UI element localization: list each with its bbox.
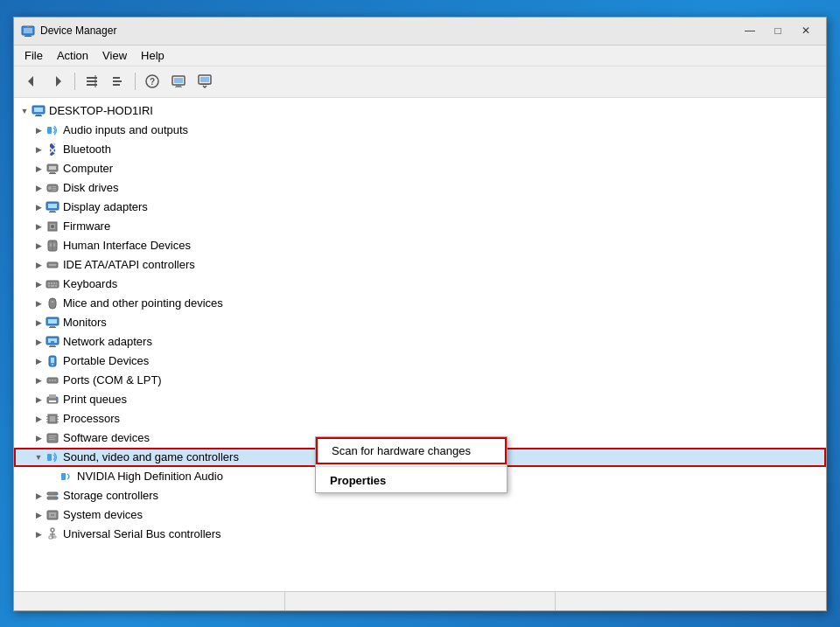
audio-expander[interactable]: ▶ (32, 121, 46, 140)
display-expander[interactable]: ▶ (32, 198, 46, 217)
svg-rect-21 (200, 77, 209, 82)
monitor-label: Monitors (63, 316, 107, 329)
svg-rect-36 (52, 188, 56, 189)
hid-expander[interactable]: ▶ (32, 236, 46, 255)
sound-expander[interactable]: ▼ (32, 448, 46, 467)
tree-item-monitor[interactable]: ▶ Monitors (14, 313, 826, 332)
context-menu: Scan for hardware changes Properties (315, 436, 508, 493)
tree-item-ports[interactable]: ▶ Ports (COM & LPT) (14, 371, 826, 390)
tree-item-computer[interactable]: ▶ Computer (14, 159, 826, 178)
portable-expander[interactable]: ▶ (32, 352, 46, 371)
svg-rect-32 (49, 173, 56, 174)
menu-file[interactable]: File (18, 47, 50, 64)
expand-button[interactable] (106, 69, 130, 94)
toolbar-separator-2 (135, 73, 136, 90)
context-menu-scan[interactable]: Scan for hardware changes (316, 437, 507, 464)
forward-button[interactable] (46, 69, 70, 94)
display-icon (46, 200, 60, 214)
monitor-icon (46, 316, 60, 330)
svg-rect-12 (113, 80, 122, 82)
computer-expander[interactable]: ▶ (32, 159, 46, 178)
title-bar: Device Manager — □ ✕ (14, 17, 826, 45)
tree-item-portable[interactable]: ▶ Portable Devices (14, 352, 826, 371)
svg-rect-40 (50, 211, 55, 212)
svg-rect-31 (50, 172, 55, 173)
keyboard-expander[interactable]: ▶ (32, 275, 46, 294)
scan-changes-button[interactable] (192, 69, 217, 94)
root-expander[interactable]: ▼ (18, 101, 32, 121)
system-icon (46, 508, 60, 522)
tree-item-display[interactable]: ▶ Display adapters (14, 198, 826, 217)
tree-item-processor[interactable]: ▶ Processors (14, 409, 826, 428)
print-expander[interactable]: ▶ (32, 390, 46, 409)
monitor-expander[interactable]: ▶ (32, 313, 46, 332)
root-label: DESKTOP-HOD1IRI (49, 104, 153, 117)
help-button[interactable]: ? (140, 69, 164, 94)
svg-rect-88 (57, 419, 59, 420)
menu-view[interactable]: View (95, 47, 134, 64)
collapse-button[interactable] (80, 69, 104, 94)
tree-item-system[interactable]: ▶ System devices (14, 505, 826, 525)
nvidia-icon (60, 470, 74, 484)
close-button[interactable]: ✕ (793, 20, 819, 41)
tree-item-disk[interactable]: ▶ Disk drives (14, 178, 826, 198)
svg-point-98 (55, 492, 57, 494)
system-label: System devices (63, 508, 143, 521)
disk-expander[interactable]: ▶ (32, 178, 46, 198)
svg-rect-85 (46, 419, 48, 420)
menu-help[interactable]: Help (134, 47, 172, 64)
svg-rect-94 (47, 454, 52, 461)
window-title: Device Manager (40, 24, 737, 37)
maximize-button[interactable]: □ (765, 20, 791, 41)
svg-point-4 (27, 25, 29, 27)
tree-item-firmware[interactable]: ▶ Firmware (14, 217, 826, 236)
svg-point-76 (52, 380, 53, 381)
portable-label: Portable Devices (63, 354, 149, 367)
ports-expander[interactable]: ▶ (32, 371, 46, 390)
disk-icon (46, 181, 60, 195)
tree-item-ide[interactable]: ▶ IDE ATA/ATAPI controllers (14, 255, 826, 275)
firmware-expander[interactable]: ▶ (32, 217, 46, 236)
display-label: Display adapters (63, 200, 148, 213)
ports-label: Ports (COM & LPT) (63, 373, 162, 387)
tree-item-usb[interactable]: ▶ Universal Serial Bus controllers (14, 525, 826, 544)
minimize-button[interactable]: — (737, 20, 763, 41)
mouse-expander[interactable]: ▶ (32, 294, 46, 313)
svg-rect-30 (49, 166, 56, 170)
svg-rect-68 (50, 345, 55, 346)
bluetooth-expander[interactable]: ▶ (32, 140, 46, 159)
tree-item-bluetooth[interactable]: ▶ Bluetooth (14, 140, 826, 159)
network-expander[interactable]: ▶ (32, 332, 46, 352)
ide-expander[interactable]: ▶ (32, 255, 46, 275)
svg-rect-13 (113, 84, 120, 86)
menu-action[interactable]: Action (50, 47, 95, 64)
svg-point-44 (51, 225, 54, 228)
tree-item-audio[interactable]: ▶ Audio inputs and outputs (14, 121, 826, 140)
software-label: Software devices (63, 431, 150, 444)
svg-rect-58 (55, 285, 57, 287)
tree-item-keyboard[interactable]: ▶ Keyboards (14, 275, 826, 294)
processor-expander[interactable]: ▶ (32, 409, 46, 428)
audio-icon (46, 123, 60, 137)
properties-button[interactable] (166, 69, 191, 94)
tree-root[interactable]: ▼ DESKTOP-HOD1IRI (14, 101, 826, 121)
tree-item-mouse[interactable]: ▶ Mice and other pointing devices (14, 294, 826, 313)
status-panel-1 (14, 592, 285, 610)
tree-item-network[interactable]: ▶ Network adapters (14, 332, 826, 352)
processor-icon (46, 412, 60, 426)
usb-expander[interactable]: ▶ (32, 525, 46, 544)
back-button[interactable] (19, 69, 44, 94)
tree-item-hid[interactable]: ▶ Human Interface Devices (14, 236, 826, 255)
tree-item-print[interactable]: ▶ Print queues (14, 390, 826, 409)
svg-rect-26 (35, 115, 42, 116)
context-menu-properties[interactable]: Properties (316, 469, 507, 492)
svg-rect-47 (53, 243, 55, 247)
storage-expander[interactable]: ▶ (32, 486, 46, 505)
system-expander[interactable]: ▶ (32, 505, 46, 525)
bluetooth-label: Bluetooth (63, 143, 111, 156)
firmware-label: Firmware (63, 219, 110, 233)
svg-rect-89 (57, 421, 59, 422)
software-expander[interactable]: ▶ (32, 428, 46, 448)
usb-label: Universal Serial Bus controllers (63, 527, 221, 540)
computer-icon2 (46, 162, 60, 176)
